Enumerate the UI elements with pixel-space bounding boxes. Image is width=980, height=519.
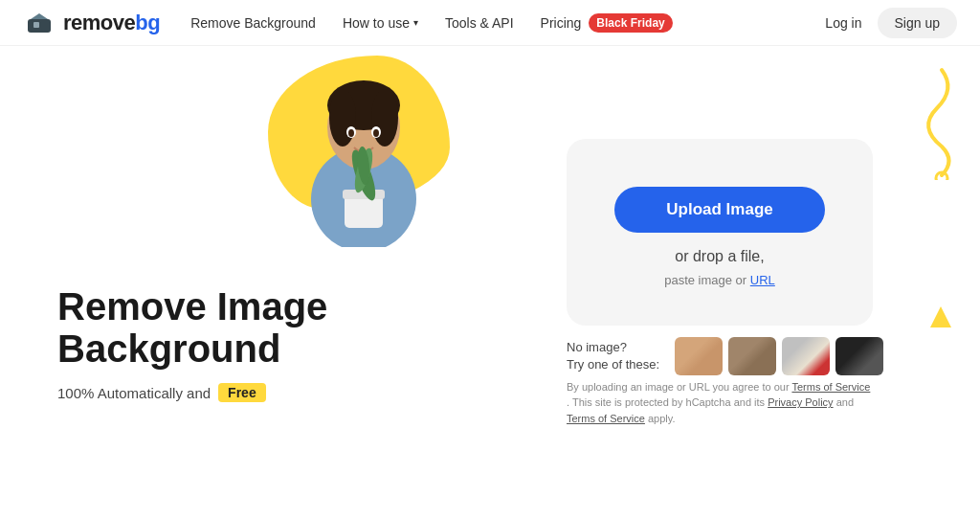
right-panel: Upload Image or drop a file, paste image… [459,46,980,519]
pricing-section: Pricing Black Friday [541,13,673,33]
black-friday-badge[interactable]: Black Friday [589,13,672,33]
sample-thumb-3[interactable] [782,337,830,375]
logo-text: removebg [63,11,160,35]
triangle-decoration [930,306,951,331]
sample-label: No image? Try one of these: [567,339,659,373]
login-button[interactable]: Log in [825,15,861,31]
free-badge: Free [218,383,266,402]
squiggle-decoration [903,65,961,184]
sample-images-list [675,337,883,375]
sample-images-row: No image? Try one of these: [567,337,873,375]
fine-print: By uploading an image or URL you agree t… [567,379,873,427]
svg-point-6 [329,89,356,147]
nav-pricing[interactable]: Pricing [541,15,582,31]
nav-how-to-use[interactable]: How to use ▾ [343,15,418,31]
privacy-link[interactable]: Privacy Policy [768,396,833,408]
upload-card: Upload Image or drop a file, paste image… [567,139,873,326]
svg-point-10 [348,129,354,137]
left-panel: Remove Image Background 100% Automatical… [0,46,459,519]
person-svg [287,56,440,247]
nav-tools-api[interactable]: Tools & API [445,15,514,31]
main-headline: Remove Image Background [57,285,421,370]
headline-area: Remove Image Background 100% Automatical… [57,285,421,402]
nav-links: Remove Background How to use ▾ Tools & A… [190,13,794,33]
sample-thumb-2[interactable] [728,337,776,375]
tos2-link[interactable]: Terms of Service [567,413,645,424]
logo[interactable]: removebg [23,11,160,35]
main-content: Remove Image Background 100% Automatical… [0,46,980,519]
svg-marker-18 [930,306,951,327]
svg-marker-1 [31,13,48,19]
sample-thumb-4[interactable] [835,337,883,375]
tos-link[interactable]: Terms of Service [791,381,870,393]
url-link[interactable]: URL [750,273,775,287]
nav-right: Log in Sign up [825,8,957,38]
svg-point-7 [371,89,398,147]
hero-person-image [268,46,459,247]
upload-image-button[interactable]: Upload Image [614,187,825,233]
svg-rect-2 [33,22,39,28]
svg-rect-12 [345,194,383,228]
nav-remove-background[interactable]: Remove Background [190,15,316,31]
drop-text: or drop a file, [675,248,764,265]
subheadline: 100% Automatically and Free [57,383,421,402]
signup-button[interactable]: Sign up [878,8,957,38]
sample-thumb-1[interactable] [675,337,723,375]
logo-icon [23,11,56,34]
drop-sub-text: paste image or URL [664,273,775,287]
navbar: removebg Remove Background How to use ▾ … [0,0,980,46]
svg-point-11 [373,129,379,137]
chevron-down-icon: ▾ [413,17,418,28]
